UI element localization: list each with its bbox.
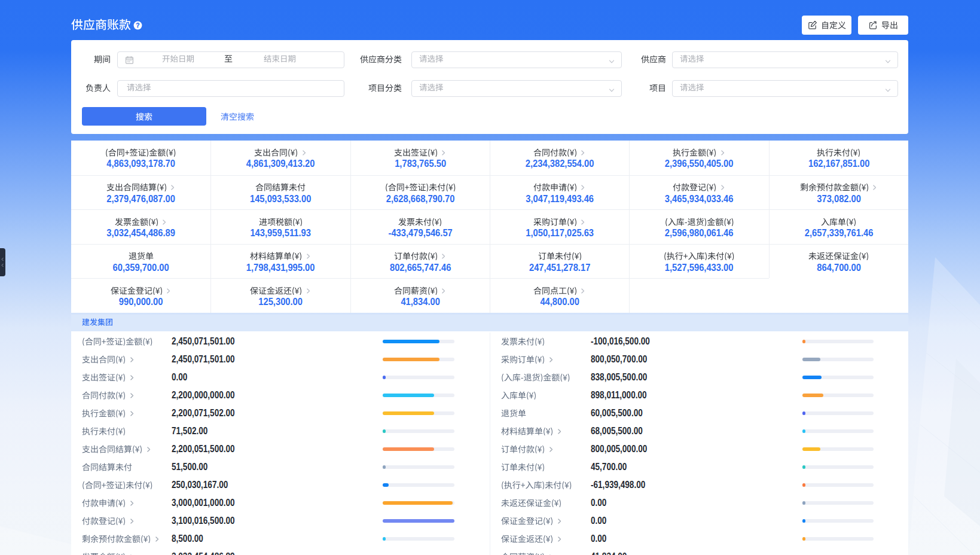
svg-text:?: ?: [136, 22, 139, 29]
